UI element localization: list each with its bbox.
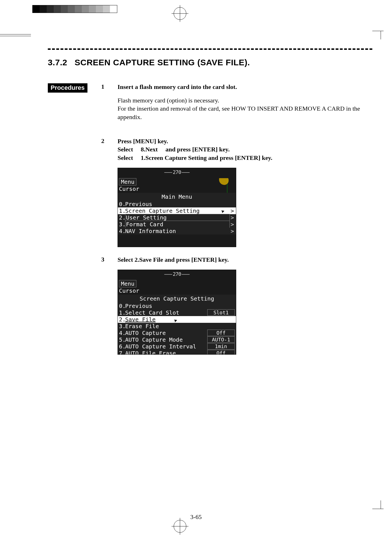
menu-item-num: 7. <box>119 350 125 355</box>
step-title: Select 8.Next and press [ENTER] key. <box>118 145 372 154</box>
menu-item-label: Select Card Slot <box>125 309 206 316</box>
embedded-screenshot-capture-setting: 270 Menu Cursor Screen Capture Setting 0… <box>118 270 236 355</box>
menu-item[interactable]: 1. Screen Capture Setting > ➤ <box>118 207 236 214</box>
menu-item-label: AUTO Capture Interval <box>125 343 206 350</box>
grayscale-calibration-bar <box>32 5 117 13</box>
menu-item-label: NAV Information <box>125 228 230 234</box>
compass-heading: 270 <box>164 169 190 175</box>
step-number: 2 <box>101 137 109 248</box>
menu-item-num: 6. <box>119 343 125 350</box>
menu-item-num: 1. <box>119 309 125 316</box>
menu-item-label: Save File <box>125 316 235 323</box>
menu-item-label: AUTO Capture <box>125 330 206 336</box>
menu-item-label: User Setting <box>125 214 230 221</box>
step-title: Select 1.Screen Capture Setting and pres… <box>118 154 372 162</box>
menu-tag: Menu <box>119 178 136 185</box>
menu-item-value: AUTO-1 <box>207 336 235 343</box>
chevron-right-icon: > <box>230 221 235 228</box>
menu-item[interactable]: 7. AUTO File Erase Off <box>118 350 236 355</box>
menu-item-num: 0. <box>119 303 125 309</box>
menu-item-num: 3. <box>119 323 125 330</box>
menu-item[interactable]: 0. Previous <box>118 303 236 309</box>
menu-item-label: AUTO File Erase <box>125 350 206 355</box>
step-body-line: Flash memory card (option) is necessary. <box>118 96 372 105</box>
step-body-line: For the insertion and removal of the car… <box>118 104 372 121</box>
menu-item-num: 2. <box>119 214 125 221</box>
step-number: 3 <box>101 256 109 356</box>
menu-item[interactable]: 5. AUTO Capture Mode AUTO-1 <box>118 336 236 343</box>
menu-item-label: Format Card <box>125 221 230 228</box>
menu-item-num: 4. <box>119 228 125 234</box>
step-title: Press [MENU] key. <box>118 137 372 146</box>
menu-item-value: Slot1 <box>207 309 235 316</box>
menu-item-num: 2. <box>119 316 125 323</box>
menu-item[interactable]: 0. Previous <box>118 201 236 207</box>
menu-item-label: Erase File <box>125 323 235 330</box>
menu-item-num: 4. <box>119 330 125 336</box>
step-number: 1 <box>101 83 109 121</box>
cursor-tag: Cursor <box>119 287 139 294</box>
menu-item-value: Off <box>207 330 235 336</box>
menu-item[interactable]: 2. User Setting > <box>118 214 236 221</box>
menu-item[interactable]: 4. NAV Information > <box>118 228 236 234</box>
menu-item-num: 5. <box>119 336 125 343</box>
menu-item-value: 1min <box>207 343 235 350</box>
crop-mark-bottom <box>172 518 188 535</box>
menu-item[interactable]: 4. AUTO Capture Off <box>118 330 236 336</box>
crop-mark-bottom-right <box>372 500 389 517</box>
menu-item[interactable]: 3. Erase File <box>118 323 236 330</box>
menu-item[interactable]: 1. Select Card Slot Slot1 <box>118 309 236 316</box>
menu-tag: Menu <box>119 280 136 287</box>
menu-item-label: Screen Capture Setting <box>125 207 230 214</box>
panel-title: Main Menu <box>118 193 236 201</box>
section-number: 3.7.2 <box>48 58 67 67</box>
page-number: 3-65 <box>190 513 202 521</box>
menu-item-value: Off <box>207 350 235 355</box>
embedded-screenshot-main-menu: 270 Menu Cursor Main Menu 0. Previous 1. <box>118 168 236 247</box>
step-title: Insert a flash memory card into the card… <box>118 83 372 91</box>
panel-title: Screen Capture Setting <box>118 295 236 303</box>
menu-item-num: 3. <box>119 221 125 228</box>
menu-item-num: 1. <box>119 207 125 214</box>
menu-item-label: Previous <box>125 201 230 207</box>
step-title: Select 2.Save File and press [ENTER] key… <box>118 256 372 264</box>
section-title: SCREEN CAPTURE SETTING (SAVE FILE). <box>75 58 250 67</box>
menu-item-label: AUTO Capture Mode <box>125 336 206 343</box>
menu-item[interactable]: 2. Save File ➤ <box>118 316 236 323</box>
crop-mark-top-right <box>372 23 389 39</box>
menu-item-label: Previous <box>125 303 235 309</box>
menu-item[interactable]: 6. AUTO Capture Interval 1min <box>118 343 236 350</box>
chevron-right-icon: > <box>230 228 235 234</box>
procedures-tag: Procedures <box>48 83 87 93</box>
crop-mark-top <box>172 5 188 22</box>
section-divider <box>48 48 372 50</box>
menu-item-num: 0. <box>119 201 125 207</box>
menu-item[interactable]: 3. Format Card > <box>118 221 236 228</box>
cursor-tag: Cursor <box>119 185 139 192</box>
chevron-right-icon: > <box>230 214 235 221</box>
chevron-right-icon: > <box>230 207 235 214</box>
crop-mark-top-left <box>0 23 34 39</box>
compass-heading: 270 <box>164 271 190 277</box>
